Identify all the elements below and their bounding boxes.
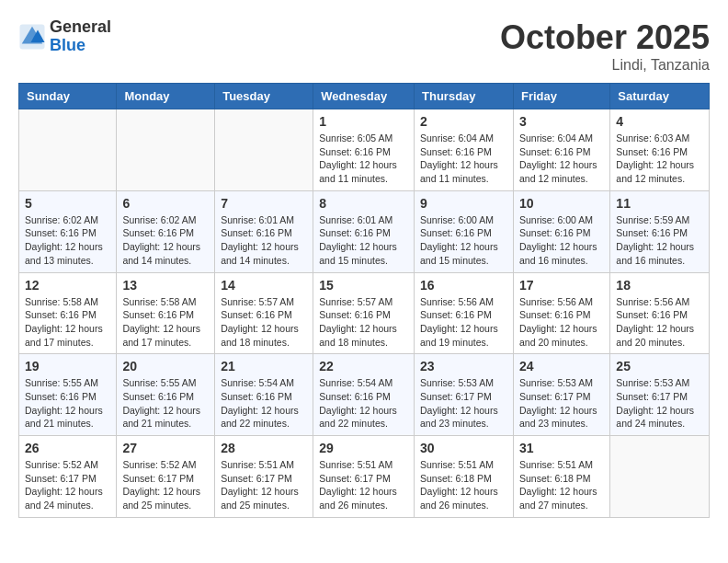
- calendar-week-1: 5Sunrise: 6:02 AM Sunset: 6:16 PM Daylig…: [19, 190, 710, 272]
- day-info: Sunrise: 5:58 AM Sunset: 6:16 PM Dayligh…: [122, 295, 209, 350]
- calendar-cell: 23Sunrise: 5:53 AM Sunset: 6:17 PM Dayli…: [415, 354, 514, 436]
- day-info: Sunrise: 6:01 AM Sunset: 6:16 PM Dayligh…: [221, 213, 307, 268]
- day-info: Sunrise: 5:57 AM Sunset: 6:16 PM Dayligh…: [319, 295, 408, 350]
- day-number: 21: [221, 359, 307, 373]
- calendar-cell: 6Sunrise: 6:02 AM Sunset: 6:16 PM Daylig…: [117, 190, 215, 272]
- calendar-cell: 9Sunrise: 6:00 AM Sunset: 6:16 PM Daylig…: [415, 190, 514, 272]
- calendar-cell: 31Sunrise: 5:51 AM Sunset: 6:18 PM Dayli…: [513, 436, 609, 518]
- day-info: Sunrise: 6:03 AM Sunset: 6:16 PM Dayligh…: [616, 132, 703, 186]
- day-number: 23: [420, 359, 507, 373]
- day-info: Sunrise: 5:56 AM Sunset: 6:16 PM Dayligh…: [519, 295, 604, 350]
- day-number: 30: [420, 441, 507, 455]
- month-title: October 2025: [500, 18, 710, 57]
- calendar-cell: 13Sunrise: 5:58 AM Sunset: 6:16 PM Dayli…: [117, 272, 215, 354]
- calendar-cell: 5Sunrise: 6:02 AM Sunset: 6:16 PM Daylig…: [19, 190, 117, 272]
- calendar-cell: 2Sunrise: 6:04 AM Sunset: 6:16 PM Daylig…: [415, 109, 514, 191]
- calendar-week-2: 12Sunrise: 5:58 AM Sunset: 6:16 PM Dayli…: [19, 272, 710, 354]
- day-number: 11: [616, 196, 703, 211]
- calendar-cell: 10Sunrise: 6:00 AM Sunset: 6:16 PM Dayli…: [513, 190, 609, 272]
- calendar-cell: 25Sunrise: 5:53 AM Sunset: 6:17 PM Dayli…: [610, 354, 710, 436]
- day-number: 9: [420, 196, 507, 211]
- day-number: 12: [25, 278, 110, 293]
- day-info: Sunrise: 5:58 AM Sunset: 6:16 PM Dayligh…: [25, 295, 110, 350]
- day-number: 19: [25, 359, 110, 373]
- calendar-cell: 29Sunrise: 5:51 AM Sunset: 6:17 PM Dayli…: [313, 436, 415, 518]
- day-number: 28: [221, 441, 307, 455]
- calendar-cell: 17Sunrise: 5:56 AM Sunset: 6:16 PM Dayli…: [513, 272, 609, 354]
- calendar-cell: 7Sunrise: 6:01 AM Sunset: 6:16 PM Daylig…: [215, 190, 313, 272]
- calendar-cell: 14Sunrise: 5:57 AM Sunset: 6:16 PM Dayli…: [215, 272, 313, 354]
- logo-blue-text: Blue: [50, 37, 111, 55]
- day-number: 2: [420, 114, 507, 129]
- logo-icon: [18, 23, 46, 51]
- day-info: Sunrise: 5:56 AM Sunset: 6:16 PM Dayligh…: [420, 295, 507, 350]
- day-number: 13: [122, 278, 209, 293]
- day-number: 16: [420, 278, 507, 293]
- calendar-week-0: 1Sunrise: 6:05 AM Sunset: 6:16 PM Daylig…: [19, 109, 710, 191]
- day-info: Sunrise: 5:53 AM Sunset: 6:17 PM Dayligh…: [519, 376, 604, 431]
- day-number: 10: [519, 196, 604, 211]
- page-header: General Blue October 2025 Lindi, Tanzani…: [18, 18, 710, 74]
- calendar-cell: [19, 109, 117, 191]
- calendar-cell: 11Sunrise: 5:59 AM Sunset: 6:16 PM Dayli…: [610, 190, 710, 272]
- day-number: 20: [122, 359, 209, 373]
- day-info: Sunrise: 5:55 AM Sunset: 6:16 PM Dayligh…: [25, 376, 110, 431]
- calendar-cell: 8Sunrise: 6:01 AM Sunset: 6:16 PM Daylig…: [313, 190, 415, 272]
- day-number: 5: [25, 196, 110, 211]
- calendar-cell: 19Sunrise: 5:55 AM Sunset: 6:16 PM Dayli…: [19, 354, 117, 436]
- day-number: 17: [519, 278, 604, 293]
- calendar-cell: 3Sunrise: 6:04 AM Sunset: 6:16 PM Daylig…: [513, 109, 609, 191]
- calendar-cell: 27Sunrise: 5:52 AM Sunset: 6:17 PM Dayli…: [117, 436, 215, 518]
- day-number: 3: [519, 114, 604, 129]
- day-info: Sunrise: 6:05 AM Sunset: 6:16 PM Dayligh…: [319, 132, 408, 186]
- calendar-header: SundayMondayTuesdayWednesdayThursdayFrid…: [19, 84, 710, 109]
- day-info: Sunrise: 5:54 AM Sunset: 6:16 PM Dayligh…: [319, 376, 408, 431]
- day-info: Sunrise: 6:02 AM Sunset: 6:16 PM Dayligh…: [25, 213, 110, 268]
- calendar-cell: 15Sunrise: 5:57 AM Sunset: 6:16 PM Dayli…: [313, 272, 415, 354]
- calendar-cell: 22Sunrise: 5:54 AM Sunset: 6:16 PM Dayli…: [313, 354, 415, 436]
- day-number: 25: [616, 359, 703, 373]
- day-number: 27: [122, 441, 209, 455]
- day-info: Sunrise: 5:51 AM Sunset: 6:17 PM Dayligh…: [319, 458, 408, 512]
- weekday-header-monday: Monday: [117, 84, 215, 109]
- day-info: Sunrise: 5:55 AM Sunset: 6:16 PM Dayligh…: [122, 376, 209, 431]
- logo-text: General Blue: [50, 18, 111, 55]
- day-info: Sunrise: 6:04 AM Sunset: 6:16 PM Dayligh…: [519, 132, 604, 186]
- location: Lindi, Tanzania: [500, 57, 710, 74]
- calendar-table: SundayMondayTuesdayWednesdayThursdayFrid…: [18, 83, 710, 518]
- weekday-header-wednesday: Wednesday: [313, 84, 415, 109]
- title-block: October 2025 Lindi, Tanzania: [500, 18, 710, 74]
- day-number: 6: [122, 196, 209, 211]
- day-number: 8: [319, 196, 408, 211]
- calendar-cell: 12Sunrise: 5:58 AM Sunset: 6:16 PM Dayli…: [19, 272, 117, 354]
- weekday-header-saturday: Saturday: [610, 84, 710, 109]
- day-number: 26: [25, 441, 110, 455]
- day-number: 7: [221, 196, 307, 211]
- calendar-week-3: 19Sunrise: 5:55 AM Sunset: 6:16 PM Dayli…: [19, 354, 710, 436]
- day-info: Sunrise: 5:52 AM Sunset: 6:17 PM Dayligh…: [122, 458, 209, 512]
- day-info: Sunrise: 5:59 AM Sunset: 6:16 PM Dayligh…: [616, 213, 703, 268]
- calendar-cell: [117, 109, 215, 191]
- day-info: Sunrise: 5:54 AM Sunset: 6:16 PM Dayligh…: [221, 376, 307, 431]
- day-info: Sunrise: 6:02 AM Sunset: 6:16 PM Dayligh…: [122, 213, 209, 268]
- day-info: Sunrise: 5:51 AM Sunset: 6:17 PM Dayligh…: [221, 458, 307, 512]
- day-info: Sunrise: 5:52 AM Sunset: 6:17 PM Dayligh…: [25, 458, 110, 512]
- day-info: Sunrise: 5:53 AM Sunset: 6:17 PM Dayligh…: [616, 376, 703, 431]
- logo-general-text: General: [50, 18, 111, 37]
- calendar-cell: 24Sunrise: 5:53 AM Sunset: 6:17 PM Dayli…: [513, 354, 609, 436]
- day-number: 31: [519, 441, 604, 455]
- calendar-cell: 21Sunrise: 5:54 AM Sunset: 6:16 PM Dayli…: [215, 354, 313, 436]
- day-number: 22: [319, 359, 408, 373]
- day-number: 29: [319, 441, 408, 455]
- weekday-header-tuesday: Tuesday: [215, 84, 313, 109]
- calendar-week-4: 26Sunrise: 5:52 AM Sunset: 6:17 PM Dayli…: [19, 436, 710, 518]
- day-number: 15: [319, 278, 408, 293]
- day-number: 14: [221, 278, 307, 293]
- day-number: 24: [519, 359, 604, 373]
- day-number: 4: [616, 114, 703, 129]
- day-info: Sunrise: 6:00 AM Sunset: 6:16 PM Dayligh…: [420, 213, 507, 268]
- weekday-header-friday: Friday: [513, 84, 609, 109]
- day-info: Sunrise: 5:51 AM Sunset: 6:18 PM Dayligh…: [420, 458, 507, 512]
- calendar-body: 1Sunrise: 6:05 AM Sunset: 6:16 PM Daylig…: [19, 109, 710, 518]
- weekday-header-thursday: Thursday: [415, 84, 514, 109]
